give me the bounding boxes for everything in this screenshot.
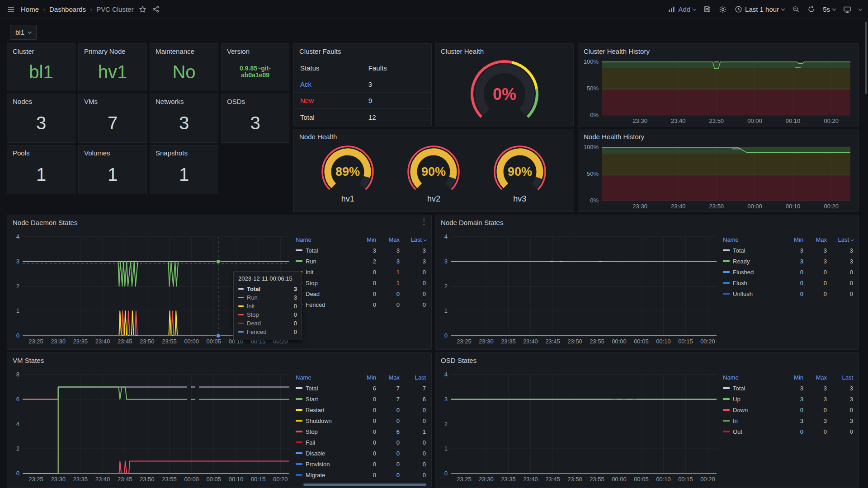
legend-scrollbar[interactable] <box>303 483 426 486</box>
legend-series-name[interactable]: Ready <box>723 258 780 265</box>
legend-min-value: 0 <box>780 407 803 413</box>
legend-series-name[interactable]: Stop <box>296 428 353 435</box>
osd-states-chart[interactable]: 23:2523:3023:3523:4023:4523:5023:5500:00… <box>437 369 722 485</box>
chevron-down-icon[interactable] <box>859 7 862 10</box>
legend-series-name[interactable]: Restart <box>296 407 353 413</box>
legend-series-name[interactable]: Init <box>296 269 353 276</box>
node-domain-states-chart[interactable]: 23:2523:3023:3523:4023:4523:5023:5500:00… <box>437 231 722 347</box>
panel-title[interactable]: VMs <box>79 94 146 107</box>
series-color-swatch <box>296 409 302 411</box>
legend-header-min[interactable]: Min <box>780 374 803 381</box>
panel-title[interactable]: OSDs <box>222 94 289 107</box>
panel-title[interactable]: Cluster Faults <box>294 44 431 57</box>
panel-title[interactable]: Cluster Health History <box>578 44 859 57</box>
legend-series-name[interactable]: Total <box>723 247 780 254</box>
legend-series-name[interactable]: Disable <box>296 450 353 457</box>
legend-header-last[interactable]: Last <box>827 236 853 243</box>
legend-series-name[interactable]: Start <box>296 396 353 403</box>
legend-header-last[interactable]: Last <box>827 374 853 381</box>
clock-icon <box>735 5 742 13</box>
svg-text:00:20: 00:20 <box>824 203 839 210</box>
panel-title[interactable]: Primary Node <box>79 44 146 57</box>
legend-header-name[interactable]: Name <box>296 374 353 381</box>
legend-series-name[interactable]: Dead <box>296 291 353 297</box>
legend-max-value: 3 <box>376 258 400 265</box>
svg-text:00:15: 00:15 <box>251 476 266 483</box>
legend-series-name[interactable]: Shutdown <box>296 418 353 424</box>
save-dashboard-icon[interactable] <box>703 5 711 13</box>
panel-title[interactable]: Version <box>222 44 289 57</box>
legend-header-name[interactable]: Name <box>723 374 780 381</box>
cluster-health-history-chart[interactable]: 23:3023:4023:5000:0000:1000:200%50%100% <box>580 58 855 125</box>
panel-title[interactable]: Pools <box>7 145 75 159</box>
svg-text:23:30: 23:30 <box>51 476 66 483</box>
panel-title[interactable]: Maintenance <box>150 44 218 57</box>
variable-dropdown[interactable]: bl1 <box>10 25 37 40</box>
legend-series-name[interactable]: Flush <box>723 280 780 286</box>
legend-header-max[interactable]: Max <box>803 374 827 381</box>
share-icon[interactable] <box>152 5 160 13</box>
legend-header-min[interactable]: Min <box>353 236 376 243</box>
legend-header-last[interactable]: Last <box>400 374 426 381</box>
breadcrumb-current[interactable]: PVC Cluster <box>96 5 134 13</box>
panel-title[interactable]: Cluster <box>7 44 75 57</box>
panel-title[interactable]: Cluster Health <box>435 44 573 57</box>
legend-series-name[interactable]: Provision <box>296 461 353 468</box>
panel-title[interactable]: Node Daemon States <box>7 215 431 228</box>
legend-series-name[interactable]: Total <box>296 385 353 392</box>
legend-series-name[interactable]: Total <box>723 385 780 392</box>
breadcrumb-dashboards[interactable]: Dashboards <box>49 5 86 13</box>
panel-title[interactable]: Node Domain States <box>435 215 859 228</box>
svg-text:0: 0 <box>16 470 19 477</box>
legend-series-name[interactable]: Out <box>723 428 780 435</box>
page-scrollbar[interactable] <box>865 22 867 94</box>
series-color-swatch <box>296 441 302 443</box>
panel-title[interactable]: Snapshots <box>150 145 218 159</box>
breadcrumb-separator: › <box>89 5 93 13</box>
breadcrumb-home[interactable]: Home <box>21 5 39 13</box>
refresh-icon[interactable] <box>807 5 815 13</box>
time-range-picker[interactable]: Last 1 hour <box>735 5 784 13</box>
legend-min-value: 0 <box>353 396 376 403</box>
settings-gear-icon[interactable] <box>719 5 727 14</box>
panel-menu-icon[interactable]: ⋮ <box>420 218 428 225</box>
legend-series-name[interactable]: Unflush <box>723 291 780 297</box>
tooltip-row: Dead0 <box>238 319 297 328</box>
stat-panel-volumes: Volumes 1 <box>78 145 147 194</box>
legend-series-name[interactable]: Migrate <box>296 472 353 479</box>
panel-title[interactable]: Volumes <box>79 145 146 159</box>
legend-header-max[interactable]: Max <box>376 374 400 381</box>
add-button[interactable]: Add <box>668 5 696 13</box>
panel-title[interactable]: Networks <box>150 94 218 107</box>
legend-header-min[interactable]: Min <box>780 236 803 243</box>
legend-series-name[interactable]: Run <box>296 258 353 265</box>
menu-icon[interactable] <box>6 5 15 14</box>
legend-header-name[interactable]: Name <box>296 236 353 243</box>
legend-header-name[interactable]: Name <box>723 236 780 243</box>
legend-series-name[interactable]: Fenced <box>296 301 353 308</box>
legend-series-name[interactable]: Up <box>723 396 780 403</box>
legend-header-max[interactable]: Max <box>803 236 827 243</box>
legend-series-name[interactable]: Fail <box>296 439 353 446</box>
legend-header-last[interactable]: Last <box>400 236 426 243</box>
tv-kiosk-icon[interactable] <box>843 5 851 14</box>
legend-series-name[interactable]: Flushed <box>723 269 780 276</box>
star-icon[interactable] <box>139 5 146 13</box>
zoom-out-icon[interactable] <box>792 5 800 13</box>
legend-last-value: 0 <box>400 418 426 424</box>
panel-title[interactable]: Node Health <box>294 129 574 142</box>
legend-series-name[interactable]: In <box>723 418 780 424</box>
panel-title[interactable]: Nodes <box>7 94 75 107</box>
panel-title[interactable]: OSD States <box>435 353 859 366</box>
legend-header-min[interactable]: Min <box>353 374 376 381</box>
legend-series-name[interactable]: Total <box>296 247 353 254</box>
panel-title[interactable]: VM States <box>7 353 431 366</box>
legend-header-max[interactable]: Max <box>376 236 400 243</box>
legend-last-value: 0 <box>400 269 426 276</box>
node-health-history-chart[interactable]: 23:3023:4023:5000:0000:1000:200%50%100% <box>580 144 855 211</box>
legend-series-name[interactable]: Down <box>723 407 780 413</box>
refresh-interval-dropdown[interactable]: 5s <box>823 5 835 13</box>
panel-title[interactable]: Node Health History <box>578 129 859 142</box>
vm-states-chart[interactable]: 23:2523:3023:3523:4023:4523:5023:5500:00… <box>9 369 295 485</box>
legend-series-name[interactable]: Stop <box>296 280 353 286</box>
